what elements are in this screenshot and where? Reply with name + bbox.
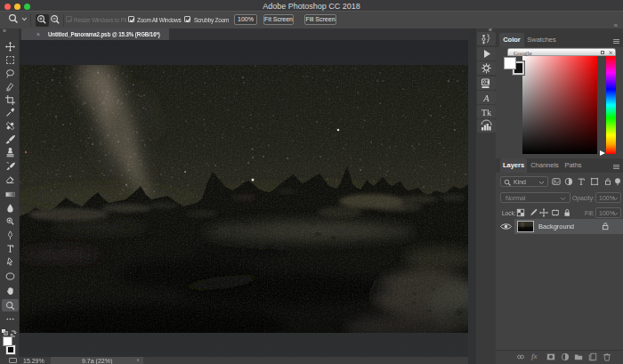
svg-text:A: A [482, 93, 490, 102]
svg-text:Tk: Tk [481, 108, 492, 117]
